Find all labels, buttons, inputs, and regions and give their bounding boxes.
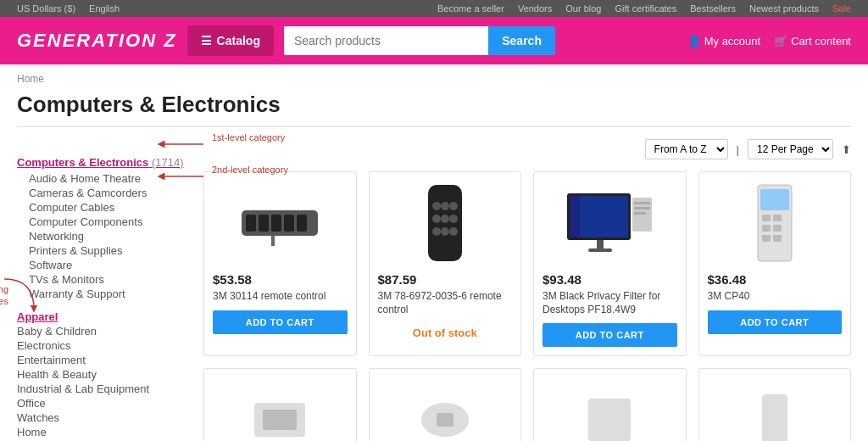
- add-to-cart-button[interactable]: ADD TO CART: [542, 323, 677, 347]
- subcategory-link[interactable]: Cameras & Camcorders: [29, 187, 147, 199]
- per-page-select[interactable]: 12 Per Page: [748, 139, 833, 159]
- subcategory-link[interactable]: Computer Components: [29, 215, 142, 228]
- subcategory-link[interactable]: Computer Cables: [29, 201, 114, 214]
- blog-link[interactable]: Our blog: [565, 3, 601, 14]
- sidebar: 1st-level category Computers & Electroni…: [17, 139, 186, 441]
- subcategory-link[interactable]: Networking: [29, 230, 84, 243]
- sidebar-sibling-item: Industrial & Lab Equipment: [17, 382, 186, 395]
- svg-rect-3: [246, 215, 256, 232]
- svg-rect-4: [259, 215, 269, 232]
- my-account-link[interactable]: 👤 My account: [687, 35, 760, 47]
- user-icon: 👤: [687, 35, 701, 47]
- svg-point-14: [441, 215, 449, 223]
- product-image: [213, 181, 348, 265]
- sibling-link[interactable]: Health & Beauty: [17, 368, 97, 381]
- svg-rect-21: [580, 196, 628, 237]
- sort-select[interactable]: From A to Z: [645, 139, 728, 159]
- svg-rect-6: [284, 215, 294, 232]
- svg-rect-31: [773, 215, 782, 221]
- svg-rect-41: [762, 394, 787, 441]
- product-price: $36.48: [708, 272, 747, 287]
- add-to-cart-button[interactable]: ADD TO CART: [213, 310, 348, 334]
- svg-point-18: [449, 227, 458, 236]
- sidebar-subcategory-item: Computer Cables: [17, 201, 186, 214]
- svg-point-16: [432, 227, 441, 236]
- svg-rect-8: [271, 236, 275, 246]
- cart-icon: 🛒: [774, 35, 787, 47]
- product-card-placeholder-2: [369, 368, 522, 441]
- products-grid-row2: [203, 368, 851, 441]
- search-bar: Search: [284, 26, 555, 55]
- gift-certificates-link[interactable]: Gift certificates: [615, 3, 676, 14]
- product-image-placeholder-3: [542, 377, 677, 441]
- product-image-placeholder-2: [378, 377, 513, 441]
- sidebar-subcategory-item: Printers & Supplies: [17, 244, 186, 257]
- svg-rect-40: [588, 399, 631, 441]
- bestsellers-link[interactable]: Bestsellers: [690, 3, 736, 14]
- newest-products-link[interactable]: Newest products: [749, 3, 819, 14]
- svg-rect-7: [297, 215, 307, 232]
- content-area: 1st-level category Computers & Electroni…: [17, 139, 851, 441]
- search-input[interactable]: [284, 26, 488, 55]
- become-seller-link[interactable]: Become a seller: [437, 3, 504, 14]
- sibling-link[interactable]: Watches: [17, 411, 59, 424]
- catalog-label: Catalog: [217, 34, 260, 47]
- cart-link[interactable]: 🛒 Cart content: [774, 35, 851, 47]
- subcategory-link[interactable]: Warranty & Support: [29, 287, 125, 300]
- product-name: 3M CP40: [708, 290, 750, 304]
- product-card: $36.483M CP40ADD TO CART: [698, 171, 852, 356]
- product-image: [542, 181, 677, 265]
- subcategory-link[interactable]: Audio & Home Theatre: [29, 172, 141, 185]
- sibling-link[interactable]: Industrial & Lab Equipment: [17, 382, 149, 395]
- header: GENERATION Z ☰ Catalog Search 👤 My accou…: [0, 17, 868, 64]
- sidebar-subcategory-item: TVs & Monitors: [17, 273, 186, 286]
- breadcrumb: Home: [17, 73, 851, 85]
- products-grid: $53.583M 30114 remote controlADD TO CART…: [203, 171, 851, 356]
- svg-rect-30: [762, 215, 771, 221]
- product-card-placeholder-1: [203, 368, 357, 441]
- breadcrumb-home[interactable]: Home: [17, 73, 44, 85]
- sibling-link[interactable]: Baby & Children: [17, 325, 97, 338]
- sidebar-sibling-item: Office: [17, 397, 186, 410]
- sidebar-sibling-item: Baby & Children: [17, 325, 186, 338]
- svg-rect-25: [634, 202, 650, 204]
- product-image: [708, 181, 843, 265]
- currency-selector[interactable]: US Dollars ($): [17, 3, 75, 14]
- sibling-link[interactable]: Entertainment: [17, 354, 86, 366]
- page-title: Computers & Electronics: [17, 92, 851, 127]
- language-selector[interactable]: English: [89, 3, 120, 14]
- svg-rect-5: [271, 215, 281, 232]
- sidebar-main-category[interactable]: Computers & Electronics (1714): [17, 156, 186, 169]
- svg-rect-22: [597, 240, 604, 248]
- subcategory-link[interactable]: Printers & Supplies: [29, 244, 123, 257]
- product-card: $53.583M 30114 remote controlADD TO CART: [203, 171, 357, 356]
- sidebar-sibling-item[interactable]: Apparel: [17, 310, 186, 323]
- main-content: Home Computers & Electronics 1st-level c…: [0, 64, 868, 441]
- svg-point-17: [441, 227, 449, 236]
- vendors-link[interactable]: Vendors: [518, 3, 552, 14]
- sale-link[interactable]: Sale: [832, 3, 851, 14]
- svg-rect-29: [760, 189, 789, 210]
- annotation-sibling: siblingcategories: [0, 283, 8, 308]
- product-image-placeholder-4: [708, 377, 843, 441]
- search-button[interactable]: Search: [488, 26, 555, 55]
- add-to-cart-button[interactable]: ADD TO CART: [708, 310, 843, 334]
- sidebar-subcategory-item: Computer Components: [17, 215, 186, 228]
- sidebar-sibling-item: Electronics: [17, 339, 186, 352]
- catalog-button[interactable]: ☰ Catalog: [187, 25, 274, 56]
- sibling-link[interactable]: Electronics: [17, 339, 71, 352]
- sidebar-sibling-item: Entertainment: [17, 354, 186, 366]
- product-price: $53.58: [213, 272, 252, 287]
- header-actions: 👤 My account 🛒 Cart content: [687, 35, 851, 47]
- subcategory-link[interactable]: Software: [29, 259, 72, 271]
- arrow-1st-level: [157, 136, 208, 153]
- top-bar-right: Become a seller Vendors Our blog Gift ce…: [437, 3, 851, 14]
- sibling-link[interactable]: Office: [17, 397, 46, 410]
- svg-point-12: [449, 202, 458, 210]
- divider: |: [737, 143, 739, 156]
- sibling-link[interactable]: Home: [17, 426, 47, 438]
- sidebar-subcategory-item: Software: [17, 259, 186, 271]
- subcategory-link[interactable]: TVs & Monitors: [29, 273, 104, 286]
- logo: GENERATION Z: [17, 30, 177, 52]
- product-image: [378, 181, 513, 265]
